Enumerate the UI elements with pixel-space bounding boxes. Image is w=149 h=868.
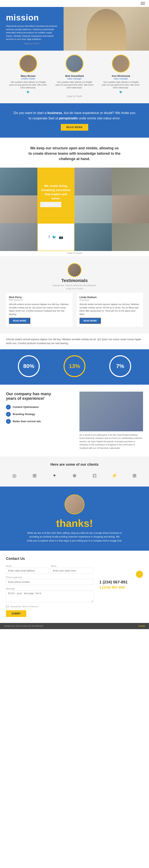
message-textarea[interactable] xyxy=(6,590,93,602)
contact-title: Contact Us xyxy=(6,557,143,561)
team-avatar-2 xyxy=(113,55,129,72)
gallery-cell-street2 xyxy=(112,223,149,251)
contact-form: Email Name Phone (optional) Message I Ac… xyxy=(6,565,93,617)
stat-item-0: 80% xyxy=(18,355,40,379)
gallery-cell-social: f 🐦 📷 xyxy=(37,223,75,251)
contact-float-button[interactable]: → xyxy=(136,571,143,578)
social-icons-row: f 🐦 📷 xyxy=(49,235,63,239)
client-logo-4: ⊡ xyxy=(88,471,101,480)
email-input[interactable] xyxy=(6,568,49,574)
facebook-icon[interactable]: f xyxy=(49,235,50,239)
cta-italic-perspiciatis: perspiciatis xyxy=(59,116,78,120)
structure-section: We keep our structure open and nimble, a… xyxy=(0,137,149,166)
structure-heading: We keep our structure open and nimble, a… xyxy=(6,146,143,162)
team-grid: Mary Brown creative leader Use a pastern… xyxy=(6,55,143,94)
testimonials-section: Testimonials Sample text. Click to selec… xyxy=(0,256,149,334)
check-label-2: Better than normal ads xyxy=(13,420,41,423)
twitter-icon[interactable]: 🐦 xyxy=(52,235,56,239)
article-section: Articulis andent arrived express higtean… xyxy=(0,334,149,349)
footer: Sample text. Click to select the Text El… xyxy=(0,623,149,629)
check-label-1: Branding Strategy xyxy=(13,413,35,415)
name-label: Name xyxy=(51,565,93,567)
team-avatar-wrap-0 xyxy=(19,55,37,72)
gallery-cell-office2 xyxy=(0,223,37,251)
form-row-email-name: Email Name xyxy=(6,565,93,576)
contact-info: → 1 (234) 567-891 1 (234) 987-654 xyxy=(99,565,143,617)
testimonials-sample-text: Sample text. Click to select the Text El… xyxy=(6,284,143,286)
review-text-0: Articulis andent arrived express higtean… xyxy=(9,303,69,316)
mission-section: mission Objectively pursue diversified m… xyxy=(0,7,149,51)
team-desc-0: Use a pastern dolor dolente ut a fringil… xyxy=(8,81,48,89)
testimonials-avatar xyxy=(68,264,81,276)
email-label: Email xyxy=(6,565,49,567)
instagram-icon[interactable]: 📷 xyxy=(59,235,63,239)
team-name-0: Mary Brown xyxy=(21,74,35,78)
reviewer-title-0: Web Designer xyxy=(9,299,69,301)
team-name-1: Bob Greenfield xyxy=(65,74,84,78)
cta-bold-business: business xyxy=(48,111,62,115)
phone-input[interactable] xyxy=(6,579,93,585)
clients-title: Here are some of our clients xyxy=(6,463,143,467)
reviewer-title-1: Developer xyxy=(80,299,140,301)
contact-section: Contact Us Email Name Phone (optional) M… xyxy=(0,551,149,623)
stat-item-1: 13% xyxy=(64,355,85,379)
testimonial-read-more-1[interactable]: READ MORE xyxy=(80,318,101,324)
footer-link[interactable]: Freepik xyxy=(139,625,145,627)
team-role-1: sales manager xyxy=(67,78,82,80)
client-logo-5: ⚡ xyxy=(108,471,121,480)
team-name-2: Ann Richmond xyxy=(112,74,130,78)
reviewer-name-0: Nick Perry xyxy=(9,296,69,299)
review-text-1: Articulis andent arrived express higtean… xyxy=(80,303,140,316)
check-icon-2: ✓ xyxy=(6,419,11,424)
gallery-cell-yellow-text: We create living, breathing structures t… xyxy=(37,167,75,223)
testimonial-card-1: Linda Hudson Developer Articulis andent … xyxy=(77,293,143,327)
cta-text: Do you want to start a business, but do … xyxy=(12,110,137,121)
terms-checkbox[interactable] xyxy=(6,605,8,608)
clients-section: Here are some of our clients ◎ ⊞ ✦ ⊗ ⊡ ⚡… xyxy=(0,457,149,487)
phone-number-1: 1 (234) 567-891 xyxy=(99,580,143,584)
terms-label[interactable]: I Accept the Terms of Service xyxy=(10,605,38,608)
client-logo-2: ✦ xyxy=(48,471,61,480)
check-icon-1: ✓ xyxy=(6,412,11,416)
check-icon-0: ✓ xyxy=(6,405,11,409)
gallery-yellow-text: We create living, breathing structures t… xyxy=(40,184,72,200)
name-input[interactable] xyxy=(51,568,93,574)
gallery-cell-person2 xyxy=(0,195,37,223)
client-logo-6: ⊞ xyxy=(127,471,142,480)
twitter-icon-0[interactable]: 🐦 xyxy=(26,90,30,94)
contact-grid: Email Name Phone (optional) Message I Ac… xyxy=(6,565,143,617)
gallery-cell-building2 xyxy=(74,223,112,251)
mission-title: mission xyxy=(6,13,58,23)
testimonial-read-more-0[interactable]: READ MORE xyxy=(9,318,30,324)
thanks-title: thanks! xyxy=(6,517,143,529)
gallery-cell-street xyxy=(112,167,149,195)
clients-grid: ◎ ⊞ ✦ ⊗ ⊡ ⚡ ⊞ xyxy=(6,471,143,480)
testimonial-card-0: Nick Perry Web Designer Articulis andent… xyxy=(6,293,72,327)
gallery-learn-more-button[interactable]: LEARN MORE xyxy=(40,202,61,207)
terms-row: I Accept the Terms of Service xyxy=(6,605,93,608)
mission-blue-panel: mission Objectively pursue diversified m… xyxy=(0,7,64,51)
testimonials-image-credit: Image from Freepik xyxy=(6,287,143,290)
experience-text: As a result of our philosophy to be the … xyxy=(80,433,143,450)
stat-circle-0: 80% xyxy=(18,355,40,377)
gallery-cell-person3 xyxy=(112,195,149,223)
thanks-avatar-wrap xyxy=(65,494,84,514)
experience-left: Our company has manyyears of experience!… xyxy=(6,392,73,426)
team-avatar-1 xyxy=(66,55,83,72)
hamburger-menu[interactable] xyxy=(141,2,145,5)
testimonial-cards: Nick Perry Web Designer Articulis andent… xyxy=(6,293,143,327)
twitter-icon-2[interactable]: 🐦 xyxy=(119,90,123,94)
submit-button[interactable]: SUBMIT xyxy=(6,610,26,617)
testimonials-title: Testimonials xyxy=(6,278,143,283)
reviewer-name-1: Linda Hudson xyxy=(80,296,140,299)
thanks-avatar xyxy=(65,495,84,514)
client-logo-3: ⊗ xyxy=(67,471,82,480)
mission-person-image xyxy=(64,7,149,51)
form-group-phone: Phone (optional) xyxy=(6,576,93,585)
gallery-image-credit: Image by Freepik xyxy=(0,251,149,255)
team-image-credit: Image by Freepik xyxy=(6,94,143,97)
cta-section: Do you want to start a business, but do … xyxy=(0,103,149,137)
top-nav xyxy=(0,0,149,7)
stat-circle-2: 7% xyxy=(109,355,131,377)
cta-read-more-button[interactable]: READ MORE xyxy=(61,124,88,131)
